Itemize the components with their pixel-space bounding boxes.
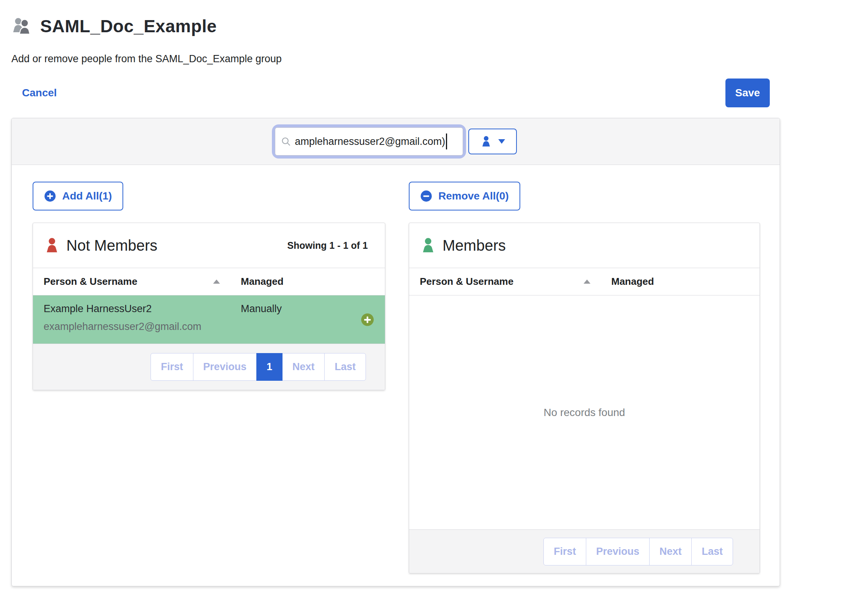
- members-header: Members: [409, 223, 760, 268]
- add-all-label: Add All(1): [62, 190, 112, 202]
- search-icon: [281, 136, 291, 147]
- not-members-card: Not Members Showing 1 - 1 of 1 Person & …: [33, 223, 385, 390]
- not-members-pagination: First Previous 1 Next Last: [151, 353, 366, 381]
- column-person-username[interactable]: Person & Username: [420, 276, 513, 287]
- group-membership-panel: ampleharnessuser2@gmail.com) Add All(1): [11, 118, 780, 586]
- page-header: SAML_Doc_Example Add or remove people fr…: [0, 0, 868, 65]
- not-members-header: Not Members Showing 1 - 1 of 1: [33, 223, 385, 268]
- members-title: Members: [443, 237, 506, 254]
- showing-count: Showing 1 - 1 of 1: [287, 240, 368, 251]
- page-subtitle: Add or remove people from the SAML_Doc_E…: [11, 53, 868, 65]
- row-managed-value: Manually: [241, 303, 374, 344]
- pagination-next-button[interactable]: Next: [282, 353, 325, 381]
- chevron-down-icon: [498, 139, 505, 144]
- members-footer: First Previous Next Last: [409, 529, 760, 573]
- members-column-header: Person & Username Managed: [409, 268, 760, 295]
- remove-all-label: Remove All(0): [438, 190, 509, 202]
- person-icon: [480, 135, 492, 148]
- minus-circle-icon: [420, 190, 432, 202]
- people-filter-dropdown[interactable]: [468, 129, 517, 154]
- search-input-value: ampleharnessuser2@gmail.com): [295, 136, 446, 148]
- search-focus-ring: ampleharnessuser2@gmail.com): [275, 127, 463, 155]
- plus-circle-icon: [44, 190, 56, 202]
- table-row[interactable]: Example HarnessUser2 exampleharnessuser2…: [33, 295, 385, 344]
- add-all-button[interactable]: Add All(1): [33, 182, 123, 210]
- pagination-first-button[interactable]: First: [151, 353, 193, 381]
- text-cursor: [446, 133, 447, 149]
- person-icon-red: [44, 237, 60, 254]
- actions-row: Cancel Save: [11, 79, 780, 107]
- column-managed[interactable]: Managed: [611, 276, 654, 287]
- search-toolbar: ampleharnessuser2@gmail.com): [12, 118, 780, 165]
- column-managed[interactable]: Managed: [241, 276, 284, 287]
- no-records-message: No records found: [409, 295, 760, 529]
- page-title: SAML_Doc_Example: [40, 16, 217, 36]
- row-person-name: Example HarnessUser2: [44, 303, 241, 315]
- members-pagination: First Previous Next Last: [543, 538, 733, 565]
- remove-all-button[interactable]: Remove All(0): [409, 182, 520, 210]
- members-card: Members Person & Username Managed No rec…: [409, 223, 760, 573]
- not-members-title: Not Members: [66, 237, 157, 254]
- panel-body: Add All(1) Remove All(0) Not Members Sho…: [12, 165, 780, 573]
- row-person-username: exampleharnessuser2@gmail.com: [44, 321, 241, 333]
- person-icon-green: [420, 237, 436, 254]
- column-person-username[interactable]: Person & Username: [44, 276, 137, 287]
- pagination-next-button[interactable]: Next: [649, 538, 692, 565]
- not-members-column-header: Person & Username Managed: [33, 268, 385, 295]
- pagination-last-button[interactable]: Last: [324, 353, 366, 381]
- add-person-button[interactable]: [361, 313, 374, 327]
- pagination-last-button[interactable]: Last: [691, 538, 733, 565]
- pagination-previous-button[interactable]: Previous: [586, 538, 650, 565]
- group-icon: [11, 17, 33, 36]
- pagination-page-1-button[interactable]: 1: [256, 353, 283, 381]
- search-input[interactable]: ampleharnessuser2@gmail.com): [275, 127, 463, 155]
- pagination-first-button[interactable]: First: [543, 538, 586, 565]
- pagination-previous-button[interactable]: Previous: [193, 353, 257, 381]
- sort-asc-icon[interactable]: [213, 280, 220, 284]
- sort-asc-icon[interactable]: [584, 280, 590, 284]
- cancel-link[interactable]: Cancel: [22, 87, 57, 99]
- plus-circle-icon: [361, 313, 374, 327]
- save-button[interactable]: Save: [725, 79, 770, 107]
- not-members-footer: First Previous 1 Next Last: [33, 344, 385, 390]
